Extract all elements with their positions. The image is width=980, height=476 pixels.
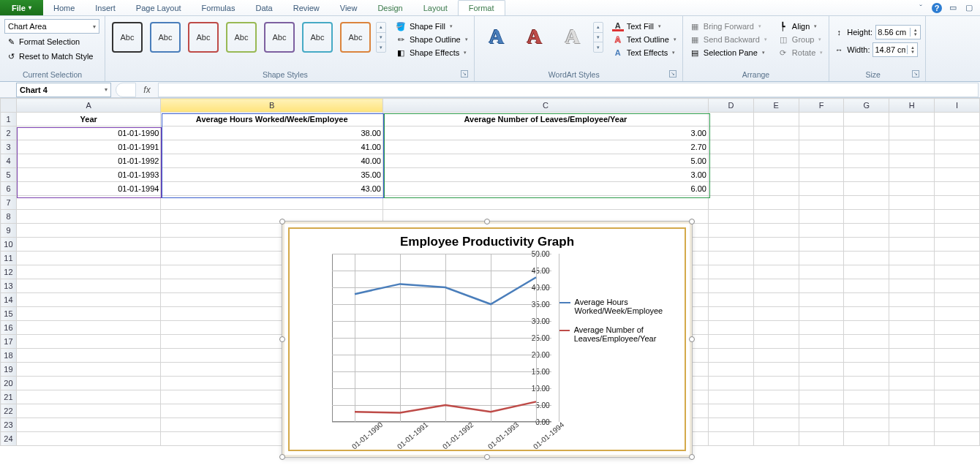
shape-style-preset-6[interactable]: Abc	[302, 22, 333, 53]
wordart-preset-1[interactable]: A	[480, 20, 513, 53]
row-header-3[interactable]: 3	[1, 140, 17, 154]
legend-item[interactable]: Average Hours Worked/Week/Employee	[559, 298, 679, 315]
cell-G24[interactable]	[844, 432, 889, 446]
col-header-C[interactable]: C	[382, 99, 708, 113]
cell-D14[interactable]	[708, 293, 753, 307]
cell-D21[interactable]	[708, 390, 753, 404]
cell-B3[interactable]: 41.00	[161, 140, 382, 154]
formula-input[interactable]	[158, 83, 979, 97]
cell-I13[interactable]	[935, 279, 980, 293]
row-header-23[interactable]: 23	[1, 418, 17, 432]
cell-I24[interactable]	[935, 432, 980, 446]
cell-I5[interactable]	[935, 168, 980, 182]
cell-D3[interactable]	[708, 140, 753, 154]
legend-item[interactable]: Average Number of Leaves/Employee/Year	[559, 325, 679, 343]
cell-G2[interactable]	[844, 126, 889, 140]
col-header-B[interactable]: B	[161, 99, 382, 113]
cell-H16[interactable]	[889, 321, 935, 335]
row-header-10[interactable]: 10	[1, 238, 17, 252]
fx-icon[interactable]: fx	[136, 85, 158, 95]
col-header-D[interactable]: D	[708, 99, 753, 113]
cell-H21[interactable]	[889, 390, 935, 404]
row-header-13[interactable]: 13	[1, 279, 17, 293]
cell-I6[interactable]	[935, 182, 980, 196]
cell-F7[interactable]	[799, 196, 844, 210]
cell-A20[interactable]	[16, 377, 160, 390]
cell-E15[interactable]	[753, 307, 799, 321]
shape-style-preset-4[interactable]: Abc	[226, 22, 257, 53]
cell-H20[interactable]	[889, 377, 935, 390]
cell-D10[interactable]	[708, 238, 753, 252]
shape-effects-button[interactable]: ◧Shape Effects	[393, 47, 470, 58]
width-spinner[interactable]: ▲▼	[872, 42, 918, 57]
row-header-22[interactable]: 22	[1, 404, 17, 418]
cell-A16[interactable]	[16, 321, 160, 335]
cell-E19[interactable]	[753, 363, 799, 377]
cell-D4[interactable]	[708, 154, 753, 168]
wordart-preset-2[interactable]: A	[519, 20, 551, 53]
cell-H4[interactable]	[889, 154, 935, 168]
cell-G22[interactable]	[844, 404, 889, 418]
row-header-9[interactable]: 9	[1, 224, 17, 238]
selection-pane-button[interactable]: ▤Selection Pane	[687, 47, 769, 58]
cell-F14[interactable]	[799, 293, 844, 307]
cell-H15[interactable]	[889, 307, 935, 321]
cell-F8[interactable]	[799, 210, 844, 224]
cell-I4[interactable]	[935, 154, 980, 168]
cell-E11[interactable]	[753, 252, 799, 265]
chart-title[interactable]: Employee Productivity Graph	[295, 235, 679, 249]
ribbon-minimize-icon[interactable]: ˇ	[916, 3, 926, 13]
cell-C5[interactable]: 3.00	[382, 168, 708, 182]
select-all-corner[interactable]	[1, 99, 17, 113]
tab-view[interactable]: View	[330, 0, 368, 15]
row-header-8[interactable]: 8	[1, 210, 17, 224]
cell-H19[interactable]	[889, 363, 935, 377]
cell-C4[interactable]: 5.00	[382, 154, 708, 168]
cell-I8[interactable]	[935, 210, 980, 224]
cell-A5[interactable]: 01-01-1993	[16, 168, 160, 182]
wordart-launcher[interactable]: ↘	[669, 70, 676, 78]
chart-series-line[interactable]	[355, 277, 536, 304]
cell-G5[interactable]	[844, 168, 889, 182]
chart-series-line[interactable]	[355, 401, 536, 412]
text-effects-button[interactable]: AText Effects	[611, 47, 678, 58]
tab-home[interactable]: Home	[43, 0, 85, 15]
cell-G4[interactable]	[844, 154, 889, 168]
cell-A17[interactable]	[16, 335, 160, 349]
cell-D19[interactable]	[708, 363, 753, 377]
cell-F19[interactable]	[799, 363, 844, 377]
shape-styles-launcher[interactable]: ↘	[461, 70, 468, 78]
send-backward-button[interactable]: ▦Send Backward	[687, 34, 769, 45]
cell-D13[interactable]	[708, 279, 753, 293]
cell-I1[interactable]	[935, 113, 980, 126]
cell-A12[interactable]	[16, 265, 160, 279]
cell-E21[interactable]	[753, 390, 799, 404]
window-restore-icon[interactable]: ▭	[948, 3, 958, 13]
shape-fill-button[interactable]: 🪣Shape Fill	[393, 20, 470, 32]
window-close-icon[interactable]: ▢	[964, 3, 974, 13]
reset-style-button[interactable]: ↺ Reset to Match Style	[4, 50, 99, 63]
cell-G1[interactable]	[844, 113, 889, 126]
cell-G13[interactable]	[844, 279, 889, 293]
cell-F20[interactable]	[799, 377, 844, 390]
cell-E12[interactable]	[753, 265, 799, 279]
cell-I3[interactable]	[935, 140, 980, 154]
cell-E3[interactable]	[753, 140, 799, 154]
cell-E4[interactable]	[753, 154, 799, 168]
row-header-5[interactable]: 5	[1, 168, 17, 182]
cell-H13[interactable]	[889, 279, 935, 293]
col-header-A[interactable]: A	[16, 99, 160, 113]
cell-A10[interactable]	[16, 238, 160, 252]
row-header-17[interactable]: 17	[1, 335, 17, 349]
cell-D7[interactable]	[708, 196, 753, 210]
row-header-24[interactable]: 24	[1, 432, 17, 446]
row-header-2[interactable]: 2	[1, 126, 17, 140]
cell-D12[interactable]	[708, 265, 753, 279]
cell-B6[interactable]: 43.00	[161, 182, 382, 196]
col-header-H[interactable]: H	[889, 99, 935, 113]
chart-element-dropdown[interactable]: Chart Area	[4, 19, 99, 34]
row-header-18[interactable]: 18	[1, 349, 17, 363]
cell-G9[interactable]	[844, 224, 889, 238]
cell-G21[interactable]	[844, 390, 889, 404]
cell-D2[interactable]	[708, 126, 753, 140]
